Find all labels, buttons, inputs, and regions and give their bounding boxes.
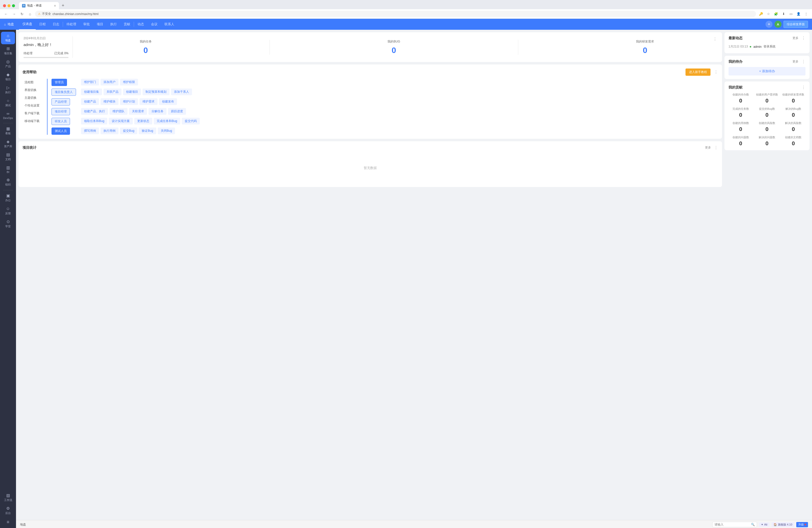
action-finish-task-bug[interactable]: 完成任务和Bug	[154, 118, 180, 124]
help-nav-personalize[interactable]: 个性化设置	[23, 102, 45, 109]
sidebar-item-product[interactable]: ◎ 产品	[1, 58, 15, 70]
action-create-projset[interactable]: 创建项目集	[81, 88, 102, 95]
role-tag-product-mgr[interactable]: 产品经理	[52, 98, 70, 105]
home-button[interactable]: ⌂	[27, 11, 33, 17]
nav-item-dynamic[interactable]: 动态	[134, 19, 147, 30]
nav-item-review[interactable]: 审批	[80, 19, 93, 30]
key-icon[interactable]: 🔑	[758, 11, 764, 17]
action-maintain-perm[interactable]: 维护权限	[120, 79, 138, 86]
sidebar-item-org[interactable]: ⊕ 组织	[1, 176, 15, 189]
action-split-task[interactable]: 分解任务	[148, 108, 166, 115]
help-nav-mobile-dl[interactable]: 移动端下载	[23, 117, 45, 125]
nav-avatar[interactable]: A	[774, 21, 782, 28]
welcome-card-menu[interactable]: ⋮	[713, 36, 717, 42]
sidebar-item-backend[interactable]: ⚙ 后台	[1, 504, 15, 517]
action-add-stakeholder[interactable]: 添加干系人	[171, 88, 192, 95]
action-track-progress[interactable]: 跟踪进度	[168, 108, 186, 115]
sidebar-item-home[interactable]: ⌂ 地盘	[1, 32, 15, 44]
add-todo-button[interactable]: + 添加待办	[728, 67, 806, 75]
sidebar-item-assets[interactable]: ◈ 资产库	[1, 138, 15, 150]
project-stats-menu[interactable]: ⋮	[714, 145, 718, 150]
action-maintain-plan[interactable]: 维护计划	[120, 98, 138, 105]
new-tab-button[interactable]: +	[60, 3, 66, 9]
action-maintain-module[interactable]: 维护模块	[101, 98, 118, 105]
action-maintain-req[interactable]: 维护需求	[140, 98, 158, 105]
sidebar-item-bi[interactable]: ▥ BI	[1, 164, 15, 176]
nav-add-button[interactable]: +	[766, 21, 772, 28]
nav-item-project[interactable]: 项目	[93, 19, 107, 30]
action-get-task-bug[interactable]: 领取任务和Bug	[81, 118, 107, 124]
action-write-case[interactable]: 撰写用例	[81, 128, 99, 134]
nav-item-log[interactable]: 日志	[49, 19, 63, 30]
action-maintain-dept[interactable]: 维护部门	[81, 79, 99, 86]
maximize-dot[interactable]	[12, 4, 15, 7]
role-tag-pm-lead[interactable]: 项目集负责人	[52, 88, 76, 96]
action-create-proj[interactable]: 创建项目	[123, 88, 141, 95]
nav-item-contribute[interactable]: 贡献	[120, 19, 134, 30]
action-assoc-req[interactable]: 关联需求	[129, 108, 147, 115]
search-submit-icon[interactable]: 🔍	[751, 523, 755, 526]
nav-item-dashboard[interactable]: 仪表盘	[19, 19, 36, 30]
reload-button[interactable]: ↻	[19, 11, 25, 17]
action-create-product[interactable]: 创建产品	[81, 98, 99, 105]
my-contrib-menu[interactable]: ⋮	[801, 85, 806, 90]
action-exec-case[interactable]: 执行用例	[101, 128, 118, 134]
role-tag-proj-mgr[interactable]: 项目经理	[52, 108, 70, 115]
action-update-status[interactable]: 更新状态	[134, 118, 152, 124]
tab-close-button[interactable]: ×	[54, 4, 56, 8]
search-input[interactable]	[714, 523, 750, 526]
action-close-bug[interactable]: 关闭Bug	[158, 128, 175, 134]
download-icon[interactable]: ⬇	[781, 11, 786, 17]
sidebar-item-kanban[interactable]: ▦ 看板	[1, 125, 15, 137]
url-bar[interactable]: ⚠ 不安全 chandao.zhinian.com/max/my.html	[35, 11, 756, 17]
help-nav-ui-switch[interactable]: 界面切换	[23, 87, 45, 94]
my-todo-more[interactable]: 更多	[793, 59, 798, 64]
project-stats-more[interactable]: 更多	[705, 146, 711, 150]
sidebar-item-school[interactable]: ⊙ 学堂	[1, 218, 15, 230]
action-budget-plan[interactable]: 制定预算和规划	[143, 88, 170, 95]
back-button[interactable]: ←	[3, 11, 9, 17]
sidebar-item-project[interactable]: ◆ 项目	[1, 71, 15, 83]
latest-news-more[interactable]: 更多	[793, 36, 798, 40]
action-commit-code[interactable]: 提交代码	[182, 118, 200, 124]
nav-workspace-button[interactable]: 综合研发界面	[783, 21, 808, 28]
role-tag-admin[interactable]: 管理员	[52, 79, 67, 86]
action-create-prod-exec[interactable]: 创建产品、执行	[81, 108, 108, 115]
upgrade-button[interactable]: 升级	[796, 522, 808, 527]
minimize-dot[interactable]	[8, 4, 11, 7]
sidebar-item-devops[interactable]: ∞ DevOps	[1, 110, 15, 121]
sidebar-item-feedback[interactable]: ☺ 反馈	[1, 205, 15, 217]
layout-icon[interactable]: ▭	[788, 11, 794, 17]
nav-item-meeting[interactable]: 会议	[147, 19, 161, 30]
sidebar-item-workflow[interactable]: ▧ 工作流	[1, 492, 15, 504]
action-maintain-team[interactable]: 维护团队	[110, 108, 128, 115]
bookmark-icon[interactable]: ☆	[766, 11, 771, 17]
forward-button[interactable]: →	[11, 11, 17, 17]
nav-item-pending[interactable]: 待处理	[63, 19, 80, 30]
help-card-menu[interactable]: ⋮	[714, 70, 718, 74]
role-tag-tester[interactable]: 测试人员	[52, 128, 70, 135]
sidebar-item-test[interactable]: ○ 测试	[1, 97, 15, 109]
action-add-user[interactable]: 添加用户	[101, 79, 118, 86]
action-submit-bug[interactable]: 提交Bug	[120, 128, 137, 134]
close-dot[interactable]	[3, 4, 6, 7]
nav-brand[interactable]: ⌂ 地盘	[4, 22, 14, 27]
action-design-solution[interactable]: 设计实现方案	[109, 118, 133, 124]
sidebar-item-office[interactable]: ▣ 办公	[1, 192, 15, 204]
nav-item-schedule[interactable]: 日程	[36, 19, 49, 30]
profile-icon[interactable]: 👤	[796, 11, 801, 17]
action-verify-bug[interactable]: 验证Bug	[139, 128, 156, 134]
action-create-release[interactable]: 创建发布	[159, 98, 177, 105]
help-nav-theme[interactable]: 主题切换	[23, 94, 45, 102]
help-nav-client-dl[interactable]: 客户端下载	[23, 110, 45, 117]
sidebar-item-docs[interactable]: ▤ 文档	[1, 151, 15, 163]
browser-tab[interactable]: 禅 地盘 - 禅道 ×	[19, 2, 59, 9]
menu-icon[interactable]: ⋮	[803, 11, 809, 17]
help-nav-flowchart[interactable]: 流程图	[23, 79, 45, 86]
nav-item-contacts[interactable]: 联系人	[161, 19, 178, 30]
sidebar-item-execute[interactable]: ▷ 执行	[1, 84, 15, 96]
action-assoc-product[interactable]: 关联产品	[103, 88, 121, 95]
latest-news-menu[interactable]: ⋮	[801, 36, 806, 41]
nav-item-execute[interactable]: 执行	[107, 19, 120, 30]
tutorial-button[interactable]: 进入新手教程	[685, 69, 710, 76]
